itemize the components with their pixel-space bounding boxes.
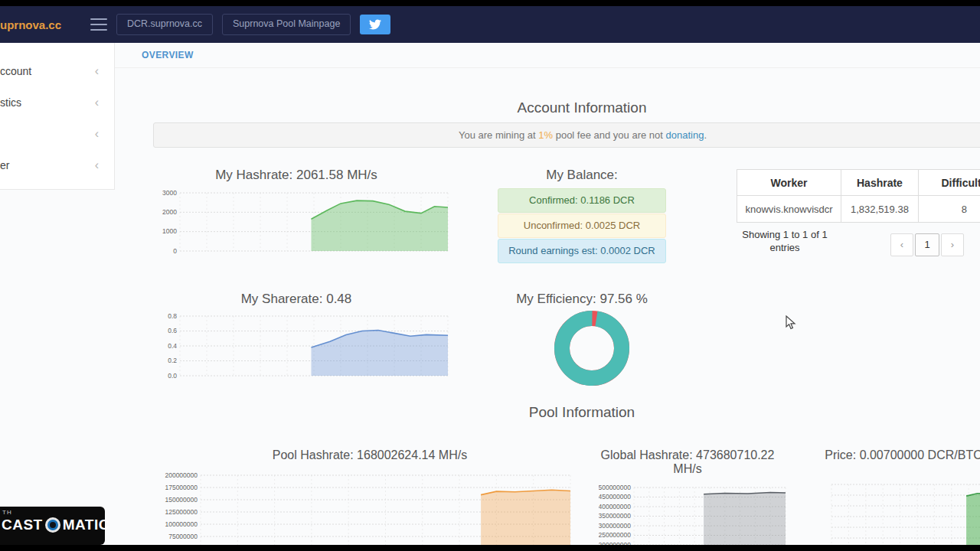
- breadcrumb-overview: OVERVIEW: [142, 50, 194, 60]
- brand-logo[interactable]: uprnova.cc: [0, 18, 61, 31]
- fee-notice-banner: You are mining at 1% pool fee and you ar…: [153, 122, 980, 148]
- balance-unconfirmed: Unconfirmed: 0.0025 DCR: [498, 214, 666, 238]
- chevron-left-icon: ‹: [95, 128, 99, 140]
- col-header-hashrate[interactable]: Hashrate: [841, 170, 919, 196]
- worker-name-cell: knowvis.knowvisdcr: [737, 196, 841, 223]
- price-title: Price: 0.00700000 DCR/BTC: [812, 448, 980, 462]
- svg-text:1000: 1000: [162, 227, 177, 235]
- svg-text:3000: 3000: [162, 189, 177, 197]
- svg-text:200000000: 200000000: [165, 471, 198, 479]
- menu-toggle-button[interactable]: [90, 18, 107, 31]
- worker-difficulty-cell: 8: [918, 196, 980, 223]
- svg-text:2000: 2000: [162, 208, 177, 216]
- svg-text:0.4: 0.4: [168, 342, 177, 350]
- my-hashrate-title: My Hashrate: 2061.58 MH/s: [151, 168, 442, 183]
- svg-text:0.8: 0.8: [168, 312, 177, 320]
- my-efficiency-title: My Efficiency: 97.56 %: [467, 292, 697, 307]
- sidebar: ccount ‹ stics ‹ ‹ er ‹: [0, 43, 115, 190]
- chevron-left-icon: ‹: [95, 65, 99, 77]
- balance-round-earnings: Round earnings est: 0.0002 DCR: [498, 239, 666, 263]
- svg-text:125000000: 125000000: [165, 508, 198, 516]
- nav-link-dcr-suprnova[interactable]: DCR.suprnova.cc: [116, 14, 213, 35]
- browser-viewport: uprnova.cc DCR.suprnova.cc Suprnova Pool…: [0, 6, 980, 545]
- col-header-worker[interactable]: Worker: [737, 170, 841, 196]
- fee-percent: 1%: [538, 129, 553, 141]
- global-hashrate-title: Global Hashrate: 473680710.22 MH/s: [592, 448, 783, 476]
- efficiency-donut-chart: [554, 310, 630, 386]
- svg-text:0.6: 0.6: [168, 327, 177, 334]
- twitter-button[interactable]: [360, 15, 390, 34]
- account-information-title: Account Information: [153, 99, 980, 116]
- watermark-with-text: TH: [2, 509, 12, 516]
- chevron-left-icon: ‹: [95, 159, 99, 171]
- pool-hashrate-chart: 2000000001750000001500000001250000001000…: [165, 468, 572, 545]
- worker-table-header-row: Worker Hashrate Difficulty: [737, 170, 980, 196]
- watermark-cast-text: CAST: [2, 517, 43, 533]
- worker-table: Worker Hashrate Difficulty knowvis.knowv…: [737, 169, 980, 223]
- my-sharerate-title: My Sharerate: 0.48: [151, 292, 442, 307]
- top-navbar: uprnova.cc DCR.suprnova.cc Suprnova Pool…: [0, 6, 980, 43]
- sidebar-item-statistics[interactable]: stics ‹: [0, 86, 114, 118]
- svg-text:150000000: 150000000: [165, 496, 198, 504]
- page-body: ccount ‹ stics ‹ ‹ er ‹ OVERVIEW: [0, 43, 980, 545]
- table-info-text: Showing 1 to 1 of 1 entries: [731, 228, 838, 254]
- svg-text:175000000: 175000000: [165, 484, 198, 491]
- content-header-divider: [115, 67, 980, 68]
- screencast-watermark: TH CAST MATIC: [0, 507, 105, 545]
- pool-information-title: Pool Information: [153, 404, 980, 421]
- sidebar-item-3[interactable]: ‹: [0, 118, 114, 149]
- worker-hashrate-cell: 1,832,519.38: [841, 196, 919, 223]
- table-pagination: ‹ 1 ›: [890, 233, 964, 256]
- svg-text:300000000: 300000000: [599, 522, 631, 530]
- pagination-prev-button[interactable]: ‹: [890, 233, 913, 256]
- svg-text:500000000: 500000000: [599, 484, 631, 491]
- my-sharerate-chart: 0.80.60.40.20.0: [157, 308, 449, 383]
- balance-confirmed: Confirmed: 0.1186 DCR: [498, 188, 666, 213]
- svg-text:200000000: 200000000: [599, 541, 631, 545]
- svg-text:400000000: 400000000: [599, 503, 631, 510]
- hamburger-icon: [90, 18, 107, 20]
- global-hashrate-chart: 5000000004500000004000000003500000003000…: [599, 481, 787, 545]
- svg-text:0.2: 0.2: [168, 357, 177, 364]
- svg-text:0: 0: [173, 247, 177, 255]
- worker-table-row: knowvis.knowvisdcr 1,832,519.38 8: [737, 196, 980, 223]
- svg-text:100000000: 100000000: [165, 520, 198, 528]
- svg-text:450000000: 450000000: [599, 493, 631, 500]
- col-header-difficulty[interactable]: Difficulty: [918, 170, 980, 196]
- pagination-page-1-button[interactable]: 1: [915, 233, 939, 256]
- svg-text:0.0: 0.0: [168, 372, 177, 380]
- sidebar-item-account[interactable]: ccount ‹: [0, 55, 114, 86]
- donating-link[interactable]: donating: [666, 129, 704, 141]
- price-chart: [805, 478, 980, 545]
- svg-text:250000000: 250000000: [599, 531, 631, 539]
- my-balance-title: My Balance:: [467, 168, 697, 183]
- mouse-cursor: [786, 315, 796, 334]
- chevron-left-icon: ‹: [95, 96, 99, 109]
- nav-link-pool-mainpage[interactable]: Suprnova Pool Mainpage: [222, 14, 351, 35]
- watermark-matic-text: MATIC: [63, 517, 109, 533]
- balance-panel: Confirmed: 0.1186 DCR Unconfirmed: 0.002…: [498, 188, 666, 264]
- screencast-o-matic-logo-icon: [45, 517, 60, 533]
- sidebar-item-4[interactable]: er ‹: [0, 149, 114, 181]
- svg-text:75000000: 75000000: [168, 533, 198, 540]
- pool-hashrate-title: Pool Hashrate: 168002624.14 MH/s: [178, 448, 561, 462]
- screen: uprnova.cc DCR.suprnova.cc Suprnova Pool…: [0, 0, 980, 551]
- my-hashrate-chart: 3000200010000: [157, 185, 449, 260]
- twitter-bird-icon: [369, 18, 381, 31]
- pagination-next-button[interactable]: ›: [941, 233, 964, 256]
- svg-text:350000000: 350000000: [599, 512, 631, 520]
